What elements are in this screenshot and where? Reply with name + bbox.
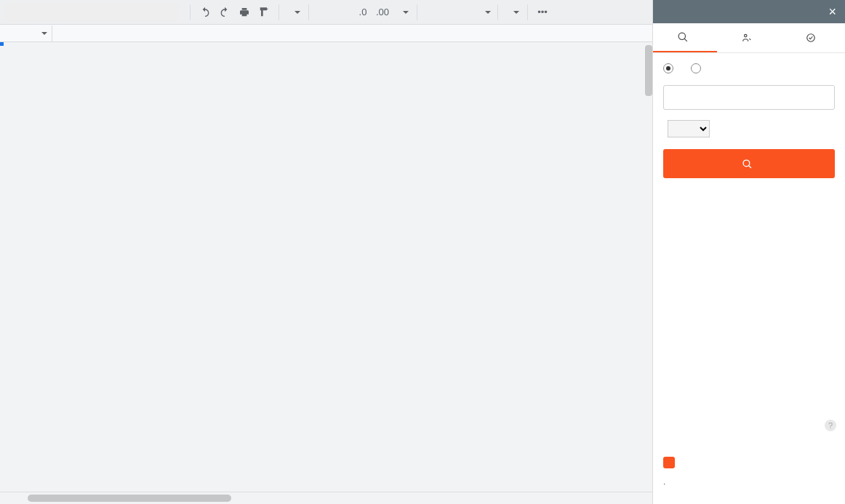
currency-button[interactable] — [314, 3, 333, 22]
radio-bulk[interactable] — [691, 63, 705, 73]
mode-radio-group — [663, 63, 835, 73]
tab-finder[interactable] — [717, 23, 781, 52]
chevron-down-icon — [41, 32, 47, 35]
more-tools-button[interactable]: ••• — [533, 3, 552, 22]
close-icon[interactable]: × — [828, 5, 836, 18]
radio-simple[interactable] — [663, 63, 678, 73]
cell-name-box[interactable] — [0, 25, 52, 41]
svg-point-1 — [807, 34, 815, 42]
person-search-icon — [742, 33, 752, 43]
check-circle-icon — [806, 33, 816, 43]
menu-search-input[interactable] — [4, 3, 179, 22]
limit-select[interactable] — [668, 120, 710, 137]
svg-point-0 — [745, 34, 748, 37]
decrease-decimal-button[interactable]: .0 — [353, 3, 372, 22]
find-emails-button[interactable] — [663, 149, 835, 178]
radio-dot-icon — [663, 63, 673, 73]
horizontal-scrollbar[interactable] — [0, 492, 652, 504]
help-icon[interactable]: ? — [825, 420, 836, 431]
search-icon — [678, 32, 688, 42]
scrollbar-thumb[interactable] — [28, 495, 231, 502]
undo-button[interactable] — [196, 3, 215, 22]
chevron-down-icon — [403, 11, 409, 14]
increase-decimal-button[interactable]: .00 — [373, 3, 392, 22]
zoom-dropdown[interactable] — [284, 3, 303, 22]
tab-search[interactable] — [653, 23, 717, 52]
redo-button[interactable] — [215, 3, 234, 22]
tab-verifier[interactable] — [781, 23, 845, 52]
more-formats-dropdown[interactable] — [393, 3, 412, 22]
hunter-logo — [663, 457, 835, 468]
domain-input[interactable] — [663, 85, 835, 110]
print-button[interactable] — [235, 3, 254, 22]
chevron-down-icon — [485, 11, 491, 14]
chevron-down-icon — [513, 11, 519, 14]
spreadsheet-grid[interactable] — [0, 42, 652, 492]
radio-dot-icon — [691, 63, 701, 73]
percent-button[interactable] — [334, 3, 353, 22]
sidebar-header: × — [653, 0, 845, 23]
selection-box — [0, 42, 3, 45]
font-size-dropdown[interactable] — [503, 3, 522, 22]
font-dropdown[interactable] — [422, 3, 492, 22]
chevron-down-icon — [295, 11, 300, 14]
hunter-logo-icon — [663, 457, 675, 468]
vertical-scrollbar[interactable] — [645, 45, 652, 96]
sidebar-footer: · — [653, 448, 845, 504]
sidebar-tabs — [653, 23, 845, 53]
search-icon — [742, 159, 752, 169]
hunter-sidebar: × — [652, 0, 845, 504]
paint-format-button[interactable] — [255, 3, 273, 22]
